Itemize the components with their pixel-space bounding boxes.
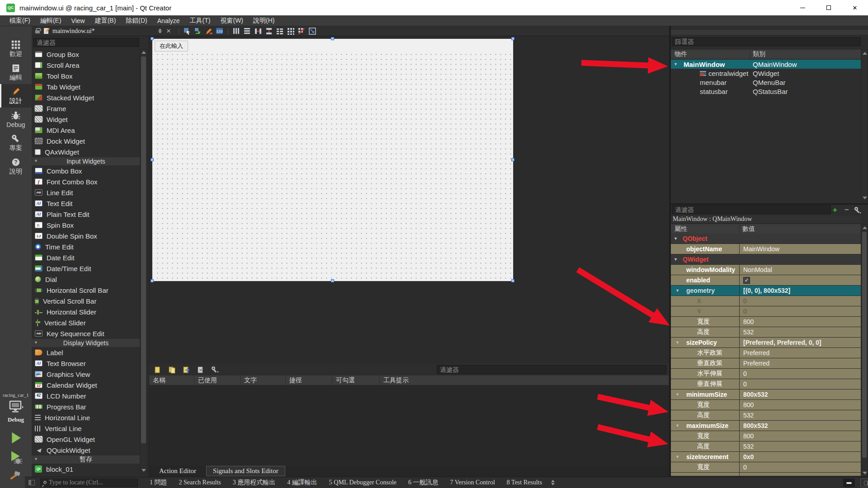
menu-view[interactable]: View [66, 17, 90, 24]
resize-handle-right-mid[interactable] [511, 158, 514, 161]
remove-property-icon[interactable]: − [844, 206, 849, 215]
widgetbox-item-tab-widget[interactable]: Tab Widget [32, 81, 140, 92]
resize-handle-bottom-mid[interactable] [331, 279, 334, 282]
pane-qml-debugger-console[interactable]: 5 QML Debugger Console [329, 479, 396, 486]
column-value[interactable]: 數值 [740, 224, 861, 234]
widgetbox-item-frame[interactable]: Frame [32, 103, 140, 114]
property-row-windowmodality[interactable]: windowModalityNonModal [671, 265, 861, 275]
widgetbox-item-dial[interactable]: Dial [32, 274, 140, 285]
edit-widgets-icon[interactable] [182, 27, 193, 36]
property-filter-input[interactable]: 過濾器 [672, 205, 831, 214]
pane-version-control[interactable]: 7 Version Control [450, 479, 495, 486]
inspector-filter-input[interactable]: 篩選器 [672, 37, 861, 46]
toggle-right-sidebar-icon[interactable] [860, 479, 868, 487]
designed-form[interactable]: 在此輸入 [152, 39, 513, 281]
widgetbox-item-line-edit[interactable]: Line Edit [32, 187, 140, 198]
property-row-min-height[interactable]: 高度532 [671, 410, 861, 420]
layout-horizontal-icon[interactable] [231, 27, 242, 36]
resize-handle-top-right[interactable] [511, 37, 514, 40]
resize-handle-left-mid[interactable] [151, 158, 154, 161]
close-button[interactable]: ✕ [842, 0, 868, 15]
document-spinner[interactable] [158, 28, 162, 33]
inspector-row-statusbar[interactable]: statusbar QStatusBar [671, 87, 861, 96]
column-shortcut[interactable]: 捷徑 [286, 375, 332, 385]
property-row-minimumsize[interactable]: ▾minimumSize800x532 [671, 389, 861, 399]
scroll-up-icon[interactable] [863, 52, 867, 55]
pane-compile-output[interactable]: 4 編譯輸出 [287, 479, 317, 487]
widgetbox-item-opengl-widget[interactable]: OpenGL Widget [32, 434, 140, 445]
widgetbox-item-horizontal-slider[interactable]: Horizontal Slider [32, 306, 140, 317]
widgetbox-item-lcd-number[interactable]: LCD Number [32, 390, 140, 401]
widgetbox-section-input-widgets[interactable]: ▾Input Widgets [32, 157, 140, 165]
resize-handle-top-left[interactable] [151, 37, 154, 40]
layout-grid-icon[interactable] [285, 27, 296, 36]
layout-vertical-icon[interactable] [242, 27, 253, 36]
widgetbox-item-datetime-edit[interactable]: Date/Time Edit [32, 263, 140, 274]
new-action-icon[interactable] [152, 365, 163, 374]
pane-application-output[interactable]: 3 應用程式輸出 [233, 479, 276, 487]
widgetbox-item-spin-box[interactable]: Spin Box [32, 220, 140, 230]
sync-action-icon[interactable] [181, 365, 192, 374]
scroll-up-icon[interactable] [142, 51, 146, 54]
widgetbox-item-mdi-area[interactable]: MDI Area [32, 125, 140, 136]
property-row-vpolicy[interactable]: 垂直政策Preferred [671, 358, 861, 368]
widgetbox-item-date-edit[interactable]: Date Edit [32, 252, 140, 263]
property-row-min-width[interactable]: 寬度800 [671, 400, 861, 410]
property-row-width[interactable]: 寬度800 [671, 317, 861, 327]
column-checkable[interactable]: 可勾選 [332, 375, 380, 385]
minimize-button[interactable] [789, 0, 816, 15]
widgetbox-item-plain-text-edit[interactable]: Plain Text Edit [32, 209, 140, 220]
widgetbox-item-horizontal-line[interactable]: Horizontal Line [32, 412, 140, 423]
widgetbox-section-scratchpad[interactable]: ▾暫存 [32, 455, 140, 464]
property-group-qwidget[interactable]: ▾QWidget [671, 254, 861, 264]
property-row-sizeincrement[interactable]: ▾sizeIncrement0x0 [671, 452, 861, 462]
property-settings-wrench-icon[interactable] [854, 206, 862, 214]
menu-file[interactable]: 檔案(F) [5, 17, 35, 25]
widgetbox-scrollbar[interactable] [140, 49, 147, 474]
column-class[interactable]: 類別 [750, 50, 861, 59]
mode-design[interactable]: 設計 [0, 84, 32, 108]
property-row-max-width[interactable]: 寬度800 [671, 431, 861, 441]
toggle-left-sidebar-icon[interactable] [28, 480, 35, 485]
pane-search-results[interactable]: 2 Search Results [179, 479, 221, 486]
widgetbox-item-widget[interactable]: Widget [32, 114, 140, 125]
widgetbox-item-vertical-scroll-bar[interactable]: Vertical Scroll Bar [32, 296, 140, 306]
inspector-row-centralwidget[interactable]: centralwidget QWidget [671, 69, 861, 78]
widgetbox-item-text-browser[interactable]: Text Browser [32, 358, 140, 369]
copy-action-icon[interactable] [166, 365, 177, 374]
property-row-vstretch[interactable]: 垂直伸展0 [671, 379, 861, 389]
menu-debug[interactable]: 除錯(D) [121, 17, 152, 25]
pane-test-results[interactable]: 8 Test Results [507, 479, 542, 486]
column-tooltip[interactable]: 工具提示 [380, 375, 669, 385]
column-property[interactable]: 屬性 [671, 224, 740, 234]
delete-action-icon[interactable] [195, 365, 206, 374]
resize-handle-top-mid[interactable] [331, 37, 334, 40]
run-button[interactable] [0, 431, 32, 445]
action-filter-input[interactable]: 過濾器 [437, 365, 666, 374]
widgetbox-item-scroll-area[interactable]: Scroll Area [32, 60, 140, 70]
widgetbox-section-display-widgets[interactable]: ▾Display Widgets [32, 339, 140, 347]
pane-general-messages[interactable]: 6 一般訊息 [408, 479, 439, 487]
panel-splitter-horizontal[interactable] [671, 203, 868, 205]
widgetbox-item-double-spin-box[interactable]: Double Spin Box [32, 230, 140, 241]
widgetbox-item-qaxwidget[interactable]: QAxWidget [32, 146, 140, 157]
mode-welcome[interactable]: 歡迎 [0, 37, 32, 61]
menu-window[interactable]: 視窗(W) [215, 17, 248, 25]
property-group-qobject[interactable]: ▾QObject [671, 234, 861, 244]
widgetbox-item-horizontal-scroll-bar[interactable]: Horizontal Scroll Bar [32, 285, 140, 296]
property-row-max-height[interactable]: 高度532 [671, 441, 861, 451]
menu-edit[interactable]: 編輯(E) [35, 17, 66, 25]
close-document-icon[interactable]: ✕ [166, 28, 171, 34]
property-row-geometry[interactable]: ▾geometry[(0, 0), 800x532] [671, 286, 861, 296]
mode-debug[interactable]: Debug [0, 108, 32, 131]
output-pane-arrows-icon[interactable] [551, 480, 555, 485]
debug-run-button[interactable] [0, 450, 32, 465]
resize-handle-bottom-left[interactable] [151, 279, 154, 282]
widgetbox-item-vertical-line[interactable]: Vertical Line [32, 423, 140, 434]
widgetbox-item-label[interactable]: Label [32, 347, 140, 358]
widgetbox-item-key-sequence-edit[interactable]: Key Sequence Edit [32, 328, 140, 339]
widgetbox-item-dock-widget[interactable]: Dock Widget [32, 136, 140, 146]
scroll-up-icon[interactable] [863, 226, 867, 229]
widgetbox-item-font-combo-box[interactable]: Font Combo Box [32, 176, 140, 187]
property-row-enabled[interactable]: enabled✓ [671, 275, 861, 285]
